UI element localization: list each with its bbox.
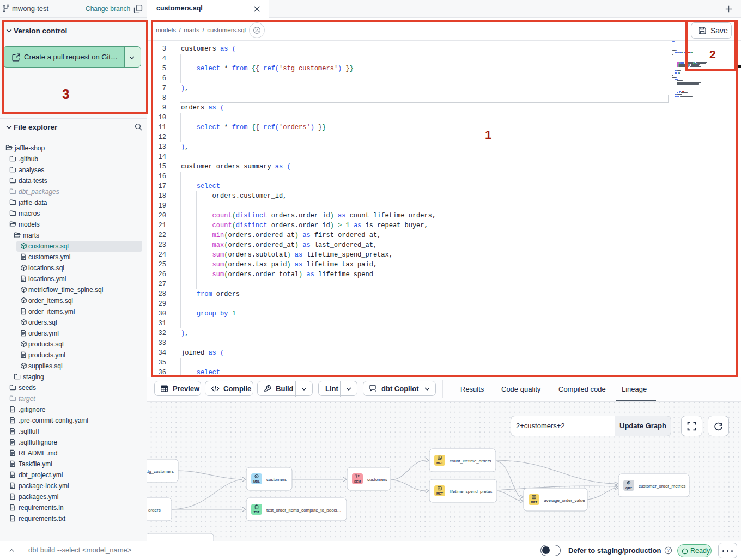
svg-text:test_order_items_compute_to_bo: test_order_items_compute_to_bools… — [266, 508, 341, 513]
svg-text:QRY: QRY — [625, 486, 632, 490]
svg-text:lifetime_spend_pretax: lifetime_spend_pretax — [450, 489, 492, 494]
svg-text:count_lifetime_orders: count_lifetime_orders — [450, 459, 491, 464]
svg-text:MDL: MDL — [253, 480, 260, 483]
svg-text:R: R — [628, 482, 629, 484]
svg-text:SEM: SEM — [354, 480, 361, 483]
svg-text:orders: orders — [148, 508, 161, 513]
svg-text:MET: MET — [531, 501, 537, 504]
svg-text:MET: MET — [436, 461, 443, 465]
svg-text:customer_order_metrics: customer_order_metrics — [639, 484, 685, 489]
svg-text:customers: customers — [367, 477, 387, 482]
svg-text:stg_customers: stg_customers — [147, 469, 174, 474]
svg-text:?: ? — [667, 547, 670, 553]
svg-text:MET: MET — [436, 492, 443, 495]
svg-text:customers: customers — [266, 477, 287, 482]
svg-text:average_order_value: average_order_value — [544, 498, 585, 503]
svg-text:TST: TST — [254, 510, 260, 514]
